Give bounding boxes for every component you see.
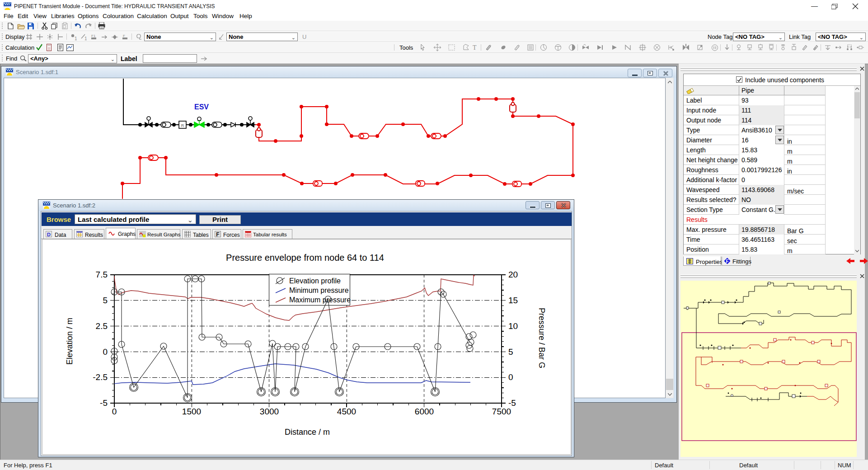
svg-text:1: 1 xyxy=(84,36,87,40)
svg-text:0: 0 xyxy=(112,407,117,416)
svg-text:-5: -5 xyxy=(100,398,108,408)
svg-text:-2.5: -2.5 xyxy=(93,372,108,382)
svg-text:Pressure / Bar G: Pressure / Bar G xyxy=(537,308,546,368)
svg-text:F1: F1 xyxy=(91,34,96,38)
svg-text:10: 10 xyxy=(508,321,518,331)
svg-text:6000: 6000 xyxy=(415,407,434,416)
svg-text:Distance / m: Distance / m xyxy=(285,428,330,437)
svg-text:F: F xyxy=(123,34,125,38)
svg-text:Minimum pressure: Minimum pressure xyxy=(289,287,349,294)
svg-text:3000: 3000 xyxy=(260,407,279,416)
svg-text:1: 1 xyxy=(75,36,77,40)
svg-text:2.5: 2.5 xyxy=(96,321,108,331)
svg-text:7500: 7500 xyxy=(492,407,511,416)
svg-text:Pressure envelope from node 64: Pressure envelope from node 64 to 114 xyxy=(226,253,384,263)
svg-text:7.5: 7.5 xyxy=(96,270,108,279)
svg-text:Elevation profile: Elevation profile xyxy=(289,277,341,285)
svg-text:0: 0 xyxy=(508,372,513,382)
svg-text:5: 5 xyxy=(103,296,108,305)
svg-text:Elevation / m: Elevation / m xyxy=(65,318,74,365)
svg-text:F: F xyxy=(726,259,728,264)
svg-text:15: 15 xyxy=(508,296,518,305)
svg-text:1500: 1500 xyxy=(182,407,201,416)
svg-text:T: T xyxy=(473,44,477,51)
svg-text:0: 0 xyxy=(103,347,108,357)
svg-text:Maximum pressure: Maximum pressure xyxy=(289,296,351,304)
svg-text:5: 5 xyxy=(508,347,513,357)
svg-text:ESV: ESV xyxy=(194,103,209,111)
svg-text:R: R xyxy=(181,123,184,128)
svg-text:-5: -5 xyxy=(508,398,516,408)
svg-text:4500: 4500 xyxy=(337,407,356,416)
svg-text:20: 20 xyxy=(508,270,518,279)
